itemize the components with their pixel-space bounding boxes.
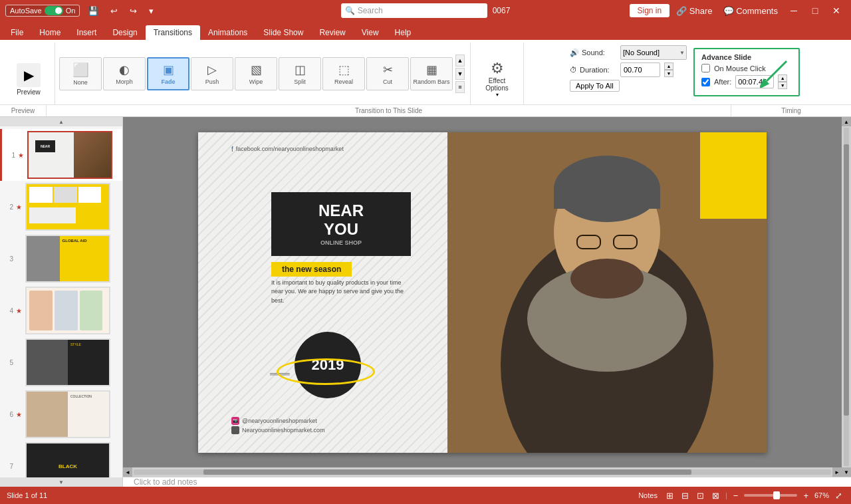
on-mouse-click-checkbox[interactable] — [701, 64, 710, 72]
tab-design[interactable]: Design — [104, 25, 145, 40]
slide-panel-scroll-up[interactable]: ▲ — [0, 117, 122, 126]
after-checkbox[interactable] — [701, 78, 710, 86]
slide-item-2[interactable]: 2 ★ — [0, 181, 122, 233]
notes-button[interactable]: Notes — [636, 490, 660, 501]
after-label[interactable]: After: — [714, 78, 731, 86]
transition-wipe[interactable]: ▧ Wipe — [235, 57, 277, 90]
transition-morph[interactable]: ◐ Morph — [103, 57, 146, 90]
slide-canvas: f facebook.com/nearyouonlineshopmarket ♥… — [198, 132, 767, 453]
sound-select[interactable]: [No Sound] Applause Chime — [620, 45, 687, 60]
reading-view-btn[interactable]: ⊡ — [695, 489, 706, 502]
slide-panel-scroll-down[interactable]: ▼ — [0, 477, 122, 487]
scroll-up-arrow[interactable]: ▲ — [455, 55, 465, 66]
notes-area[interactable]: Click to add notes — [123, 477, 851, 487]
canvas-wrapper: f facebook.com/nearyouonlineshopmarket ♥… — [123, 117, 851, 487]
ribbon-group-preview: ▶ Preview — [3, 43, 55, 104]
title-bar: AutoSave On 💾 ↩ ↪ ▾ 🔍 Search 0067 Sign i… — [0, 0, 851, 21]
zoom-thumb — [773, 491, 780, 499]
minimize-button[interactable]: ─ — [785, 1, 803, 20]
transition-reveal[interactable]: ⬚ Reveal — [322, 57, 365, 90]
slide-item-3[interactable]: 3 ★ GLOBAL AID — [0, 233, 122, 285]
sign-in-button[interactable]: Sign in — [630, 4, 670, 17]
h-scroll-left[interactable]: ◄ — [123, 467, 132, 477]
transitions-scroll-area: ⬜ None ◐ Morph ▣ Fade ▷ Push — [59, 57, 453, 90]
click-to-add-notes: Click to add notes — [134, 477, 197, 487]
effect-items: ⚙ Effect Options ▾ — [480, 43, 513, 104]
duration-down[interactable]: ▼ — [664, 70, 673, 77]
scroll-more-arrow[interactable]: ≡ — [455, 81, 465, 93]
comments-button[interactable]: 💬 Comments — [719, 5, 782, 17]
close-button[interactable]: ✕ — [827, 1, 846, 20]
search-placeholder: Search — [358, 6, 383, 15]
horizontal-scrollbar: ◄ ► — [123, 467, 842, 477]
effect-options-label2: Options — [485, 84, 508, 92]
redo-button[interactable]: ↪ — [126, 5, 141, 17]
slide-thumb-7: BLACK — [25, 442, 110, 477]
scroll-down-arrow[interactable]: ▼ — [455, 68, 465, 80]
clock-icon: ⏱ — [570, 66, 577, 74]
tab-review[interactable]: Review — [311, 25, 353, 40]
transition-cut[interactable]: ✂ Cut — [366, 57, 409, 90]
zoom-out-btn[interactable]: − — [731, 489, 741, 502]
morph-label: Morph — [116, 78, 133, 85]
fade-label: Fade — [161, 78, 175, 85]
tab-home[interactable]: Home — [31, 25, 68, 40]
transition-split[interactable]: ◫ Split — [279, 57, 321, 90]
slide-item-4[interactable]: 4 ★ — [0, 285, 122, 336]
slide-star-1: ★ — [18, 152, 25, 159]
slide-num-7: 7 — [4, 463, 13, 470]
h-scroll-right[interactable]: ► — [832, 467, 842, 477]
transition-push[interactable]: ▷ Push — [191, 57, 233, 90]
presenter-view-btn[interactable]: ⊠ — [710, 489, 721, 502]
tab-transitions[interactable]: Transitions — [146, 25, 200, 40]
split-icon: ◫ — [295, 63, 306, 77]
ribbon: ▶ Preview ⬜ None ◐ Morph ▣ — [0, 40, 851, 117]
slide-num-3: 3 — [4, 255, 13, 263]
v-scroll-track[interactable] — [844, 128, 849, 466]
normal-view-btn[interactable]: ⊞ — [664, 489, 675, 502]
effect-options-button[interactable]: ⚙ Effect Options ▾ — [480, 56, 513, 102]
tab-help[interactable]: Help — [387, 25, 420, 40]
tab-insert[interactable]: Insert — [68, 25, 104, 40]
tab-slide-show[interactable]: Slide Show — [255, 25, 311, 40]
apply-all-button[interactable]: Apply To All — [570, 80, 620, 92]
duration-up[interactable]: ▲ — [664, 63, 673, 70]
h-scroll-track[interactable] — [134, 469, 831, 475]
fit-to-window-btn[interactable]: ⤢ — [833, 489, 844, 502]
advance-slide-panel: Advance Slide On Mouse Click After: ▲ ▼ — [693, 48, 800, 96]
slide-item-6[interactable]: 6 ★ COLLECTION — [0, 388, 122, 440]
slide-item-1[interactable]: 1 ★ NEAR — [0, 129, 122, 181]
share-button[interactable]: 🔗 Share — [672, 5, 716, 17]
zoom-slider[interactable] — [744, 494, 797, 497]
zoom-in-btn[interactable]: + — [801, 489, 810, 502]
duration-input[interactable] — [620, 63, 660, 77]
transition-scroll: ▲ ▼ ≡ — [454, 55, 466, 93]
tab-file[interactable]: File — [3, 25, 31, 40]
v-scroll-down[interactable]: ▼ — [842, 467, 851, 477]
tab-view[interactable]: View — [354, 25, 387, 40]
duration-spinner: ▲ ▼ — [664, 63, 673, 77]
transition-random-bars[interactable]: ▦ Random Bars — [410, 57, 453, 90]
save-button[interactable]: 💾 — [84, 5, 102, 17]
transition-fade[interactable]: ▣ Fade — [147, 57, 189, 90]
instagram-icon: 📷 — [231, 417, 239, 425]
timing-controls: 🔊 Sound: [No Sound] Applause Chime ▼ — [570, 45, 687, 92]
autosave-toggle[interactable] — [45, 6, 63, 15]
transition-none[interactable]: ⬜ None — [59, 57, 102, 90]
sound-icon: 🔊 — [570, 49, 579, 57]
autosave-badge[interactable]: AutoSave On — [5, 5, 80, 17]
search-box[interactable]: 🔍 Search — [341, 3, 487, 18]
slide-sorter-btn[interactable]: ⊟ — [679, 489, 691, 502]
slide-season: the new season — [271, 262, 352, 277]
preview-button[interactable]: ▶ Preview — [8, 57, 49, 102]
quick-access-more[interactable]: ▾ — [145, 5, 158, 17]
h-scroll-thumb — [203, 469, 691, 475]
slide-item-7[interactable]: 7 ★ BLACK — [0, 440, 122, 477]
v-scroll-up[interactable]: ▲ — [842, 117, 851, 126]
maximize-button[interactable]: □ — [806, 1, 824, 20]
slide-item-5[interactable]: 5 ★ STYLE — [0, 336, 122, 388]
undo-button[interactable]: ↩ — [106, 5, 122, 17]
tab-animations[interactable]: Animations — [200, 25, 255, 40]
on-mouse-click-label[interactable]: On Mouse Click — [714, 64, 766, 72]
slide-info: Slide 1 of 11 — [7, 491, 47, 499]
